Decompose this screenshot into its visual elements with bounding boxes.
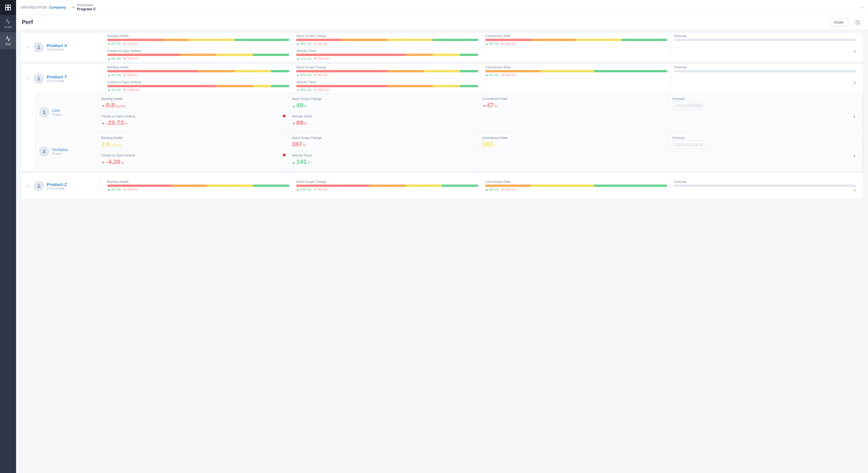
lion-defects-value: -20.72 xyxy=(106,119,124,127)
product-z-expand-button[interactable]: › xyxy=(24,183,31,189)
scorpius-sprint-value: 367 xyxy=(291,140,302,148)
sidebar-item-perf[interactable]: Perf xyxy=(0,32,16,50)
product-z-avatar xyxy=(34,181,44,191)
scorpius-type: Project xyxy=(52,152,68,155)
goals-button[interactable]: Goals xyxy=(829,18,848,26)
product-x-avatar xyxy=(34,42,44,53)
scorpius-avatar xyxy=(39,146,50,156)
history-icon xyxy=(856,20,860,25)
scorpius-backlog-value: 2.6 xyxy=(101,140,110,148)
product-z-sprint-scope: Sprint Scope Change ▲ 33% (1) ▼ 0% (0 xyxy=(293,178,482,194)
lion-forecast-value: Unpredictable xyxy=(675,103,704,108)
star-icon: ★ xyxy=(72,5,75,9)
lion-avatar xyxy=(39,107,50,117)
product-x-collapse-button[interactable]: ∧ xyxy=(854,49,856,53)
product-x-forecast: Forecast xyxy=(671,32,860,47)
forecast-label: Forecast xyxy=(674,34,856,38)
svg-point-9 xyxy=(38,184,40,186)
lion-defects-indicator xyxy=(283,115,286,117)
scorpius-commitment-rate: Commitment Rate 183 % xyxy=(479,134,669,151)
scorpius-name: Scorpius xyxy=(52,147,68,152)
product-z-collapse-button[interactable]: ∨ xyxy=(854,188,856,192)
scorpius-forecast-value: Unpredictable xyxy=(675,142,704,147)
product-z-name: Product Z xyxy=(47,182,67,187)
product-z-forecast: Forecast ∨ xyxy=(671,178,860,194)
product-y-backlog-health: Backlog Health ▲ 0% (0) ▼ 50% (1) xyxy=(104,64,293,78)
scorpius-collapse-button[interactable]: ∧ xyxy=(853,154,856,158)
product-x-name: Product X xyxy=(47,43,67,48)
main-area: ORGANIZATION Company › ★ PROGRAM Program… xyxy=(16,0,868,473)
scorpius-backlog-health: Backlog Health 2.6 Sprints xyxy=(98,134,288,151)
scorpius-sprint-scope: Sprint Scope Change 367 % xyxy=(288,134,478,151)
product-y-type: PROGRAM xyxy=(47,79,67,83)
scorpius-info: Scorpius Project xyxy=(39,146,91,156)
org-label: ORGANIZATION xyxy=(21,5,46,9)
scorpius-defects-value: -4.28 xyxy=(106,158,120,166)
program-label: PROGRAM xyxy=(77,3,96,7)
lion-info: Lion Project xyxy=(39,107,91,117)
lion-forecast: Forecast Unpredictable xyxy=(669,95,859,112)
product-z-commitment-rate: Commitment Rate ▲ 0% (0) ▼ 33% (1) xyxy=(482,178,671,194)
org-name: Company xyxy=(49,5,66,9)
org-chevron-icon: › xyxy=(68,5,69,9)
lion-collapse-button[interactable]: ∧ xyxy=(853,115,856,119)
product-x-sprint-scope: Sprint Scope Change ▲ 25% (2) ▼ 0% (0 xyxy=(293,32,482,47)
product-y-commitment-rate: Commitment Rate ▲ 0% (0) ▼ 50% (1) xyxy=(482,64,671,78)
scorpius-commitment-value: 183 xyxy=(482,140,493,148)
product-y-avatar xyxy=(34,73,44,84)
product-y-projects: Lion Project Backlog Health ▼ xyxy=(21,93,863,170)
topbar: ORGANIZATION Company › ★ PROGRAM Program… xyxy=(16,0,868,15)
app-logo xyxy=(0,0,16,15)
more-menu-button[interactable]: ··· xyxy=(859,4,863,10)
lion-type: Project xyxy=(52,113,62,116)
lion-backlog-value: 0.8 xyxy=(106,102,115,109)
lion-velocity-value: 88 xyxy=(296,119,303,127)
product-y-metrics: Backlog Health ▲ 0% (0) ▼ 50% (1) xyxy=(104,64,860,93)
product-y-expand-button[interactable]: › xyxy=(24,75,31,82)
product-y-sprint-scope: Sprint Scope Change ▲ 50% (1) ▼ 0% (0 xyxy=(293,64,482,78)
product-x-commitment-rate: Commitment Rate ▲ 0% (0) ▼ 25% (2) xyxy=(482,32,671,47)
product-x-backlog-health: Backlog Health ▲ 0% (0) ▼ 25% (2) xyxy=(104,32,293,47)
sidebar: Health Perf xyxy=(0,0,16,473)
sidebar-item-perf-label: Perf xyxy=(5,43,11,46)
scorpius-defects-indicator xyxy=(283,154,286,156)
scorpius-velocity-trend: Velocity Trend ▲ 141 % xyxy=(288,151,478,169)
page-header: Perf Goals xyxy=(16,15,868,30)
lion-closed-vs-open: Closed vs Open Defects ▼ -20.72 % xyxy=(98,112,288,130)
scorpius-closed-vs-open: Closed vs Open Defects ▼ -4.28 % xyxy=(98,151,288,169)
product-y-collapse-button[interactable]: ∧ xyxy=(854,81,856,85)
sidebar-item-health[interactable]: Health xyxy=(0,15,16,32)
product-y-name: Product Y xyxy=(47,74,67,79)
svg-point-5 xyxy=(38,45,40,48)
product-z-metrics: Backlog Health ▲ 0% (0) ▼ 33% (1) xyxy=(104,178,860,194)
product-x-closed-vs-open: Closed vs Open Defects ▲ 0% (0) ▼ 78% xyxy=(104,48,293,62)
lion-commitment-rate: Commitment Rate ▼ 47 % xyxy=(479,95,669,112)
lion-commitment-value: 47 xyxy=(487,102,493,109)
history-button[interactable] xyxy=(853,18,862,27)
scorpius-velocity-value: 141 xyxy=(296,158,307,166)
page-title: Perf xyxy=(22,19,33,26)
svg-rect-3 xyxy=(8,8,11,10)
project-row-lion: Lion Project Backlog Health ▼ xyxy=(35,93,863,131)
scorpius-backlog-unit: Sprints xyxy=(111,143,121,147)
product-y-info: Product Y PROGRAM xyxy=(34,73,97,84)
product-z-backlog-health: Backlog Health ▲ 0% (0) ▼ 33% (1) xyxy=(104,178,293,194)
svg-rect-1 xyxy=(8,5,11,7)
product-y-velocity-trend: Velocity Trend ▲ 50% (1) ▼ 50% (1) xyxy=(293,78,482,93)
svg-point-8 xyxy=(43,149,45,151)
product-x-info: Product X PROGRAM xyxy=(34,42,97,53)
svg-rect-0 xyxy=(5,5,8,7)
product-x-velocity-trend: Velocity Trend ▲ 11% (1) ▼ 67% (6) xyxy=(293,48,482,62)
product-y-closed-vs-open: Closed vs Open Defects ▲ 0% (0) ▼ 100 xyxy=(104,78,293,93)
product-z-info: Product Z PROGRAM xyxy=(34,181,97,191)
product-x-metrics: Backlog Health ▲ 0% (0) ▼ 25% (2) xyxy=(104,32,860,62)
scorpius-forecast: Forecast Unpredictable xyxy=(669,134,859,151)
product-x-type: PROGRAM xyxy=(47,48,67,51)
program-section: ★ PROGRAM Program C xyxy=(72,3,96,11)
lion-sprint-scope: Sprint Scope Change ▲ 49 % xyxy=(288,95,478,112)
project-row-scorpius: Scorpius Project Backlog Health 2.6 xyxy=(35,132,863,170)
product-x-expand-button[interactable]: › xyxy=(24,44,31,51)
lion-backlog-unit: Sprints xyxy=(115,104,126,108)
backlog-health-label: Backlog Health xyxy=(107,34,289,38)
lion-backlog-health: Backlog Health ▼ 0.8 Sprints xyxy=(98,95,288,112)
